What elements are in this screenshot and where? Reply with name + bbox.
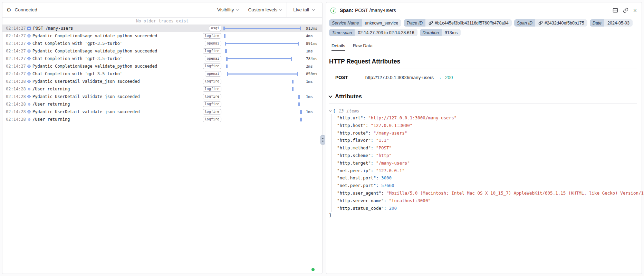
span-title-prefix: Span:: [340, 8, 353, 13]
span-name: POST /many-users: [33, 26, 73, 31]
custom-levels-dropdown[interactable]: Custom levels: [243, 7, 287, 12]
badge-value: 913ms: [442, 29, 461, 36]
attribute-key: http.url: [337, 115, 368, 120]
trace-row[interactable]: 02:14:27 Chat Completion with 'gpt-3.5-t…: [2, 55, 322, 62]
duration-bar: [227, 73, 298, 75]
trace-row[interactable]: 02:14:27 Chat Completion with 'gpt-3.5-t…: [2, 40, 322, 47]
row-timestamp: 02:14:27: [6, 56, 27, 61]
chevron-down-icon[interactable]: [328, 94, 332, 98]
timeline-cell: [223, 100, 304, 108]
link-icon[interactable]: [538, 21, 543, 25]
span-name: Chat Completion with 'gpt-3.5-turbo': [32, 71, 122, 76]
settings-gear-icon[interactable]: ⚙: [7, 7, 11, 13]
timeline-cell: [223, 62, 304, 70]
row-timestamp: 02:14:28: [6, 117, 27, 122]
duration-bar: [298, 95, 300, 99]
span-kind-icon: [27, 79, 31, 83]
timeline-cell: [223, 40, 304, 47]
timeline-cell: [223, 55, 304, 62]
scope-tag: openai: [205, 71, 221, 77]
items-count: 13 items: [339, 108, 359, 114]
chevron-down-icon: [279, 8, 282, 11]
attribute-key: http.status_code: [337, 206, 389, 211]
attribute-value: localhost:3000: [389, 198, 431, 203]
timeline-cell: [223, 32, 304, 40]
duration-label: 1ms: [304, 95, 322, 99]
http-request-summary: POST http://127.0.0.1:3000/many-users → …: [335, 75, 637, 80]
duration-label: 2ms: [304, 64, 322, 69]
tab[interactable]: Details: [331, 43, 345, 51]
trace-row[interactable]: 02:14:28 /User returning logfire: [2, 85, 322, 93]
metadata-badge: Date 2024-05-03: [590, 19, 633, 27]
duration-bar: [226, 58, 292, 59]
json-attribute-line: http.host127.0.0.1:3000: [337, 122, 637, 129]
row-timestamp: 02:14:27: [6, 26, 27, 31]
attributes-heading: Attributes: [335, 93, 362, 100]
trace-row[interactable]: 02:14:28 /User returning logfire: [2, 100, 322, 108]
live-tail-label: Live tail: [293, 7, 309, 12]
attribute-value: 3000: [381, 175, 392, 180]
timeline-cell: [223, 93, 304, 100]
trace-row[interactable]: 02:14:27 Pydantic CompletionUsage valida…: [2, 32, 322, 40]
span-kind-icon: [27, 27, 31, 30]
trace-row[interactable]: 02:14:27 POST /many-users asgi 913ms: [2, 24, 322, 32]
scope-tag: openai: [205, 56, 221, 61]
attribute-key: http.flavor: [337, 138, 376, 143]
http-section-heading: HTTP Request Attributes: [329, 58, 637, 65]
http-status-code: 200: [445, 75, 453, 80]
trace-row[interactable]: 02:14:27 Pydantic CompletionUsage valida…: [2, 62, 322, 70]
trace-row[interactable]: 02:14:28 Pydantic UserDetail validate_js…: [2, 78, 322, 85]
row-timestamp: 02:14:28: [6, 109, 27, 114]
badge-label: Date: [590, 19, 604, 27]
badge-label: Time span: [329, 29, 355, 36]
attribute-value: Mozilla/5.0 (Macintosh; Intel Mac OS X 1…: [386, 190, 644, 196]
trace-row[interactable]: 02:14:28 Pydantic UserDetail validate_js…: [2, 93, 322, 100]
chevron-down-icon[interactable]: [329, 109, 331, 112]
span-name: Chat Completion with 'gpt-3.5-turbo': [32, 56, 122, 61]
scope-tag: logfire: [203, 79, 221, 84]
visibility-dropdown[interactable]: Visibility: [212, 7, 243, 12]
divider: [329, 103, 637, 103]
scope-tag: openai: [205, 41, 221, 46]
attribute-value: 200: [389, 206, 397, 211]
badge-value: #2432d40ef5b0b175: [535, 19, 587, 27]
span-name: Pydantic CompletionUsage validate_python…: [32, 33, 157, 38]
json-attribute-line: http.methodPOST: [337, 144, 637, 152]
scope-tag: logfire: [203, 94, 221, 99]
badge-label: Trace ID: [404, 19, 425, 27]
span-name: Pydantic CompletionUsage validate_python…: [32, 64, 157, 69]
row-timestamp: 02:14:28: [6, 87, 27, 91]
attribute-key: http.host: [337, 123, 371, 128]
row-timestamp: 02:14:28: [6, 79, 27, 84]
trace-row[interactable]: 02:14:28 Pydantic UserDetail validate_js…: [2, 108, 322, 116]
attributes-section-header: Attributes: [329, 93, 637, 100]
duration-bar: [225, 49, 227, 53]
span-name: Pydantic UserDetail validate_json succee…: [32, 79, 140, 84]
live-tail-dropdown[interactable]: Live tail: [287, 2, 322, 17]
panel-resize-handle[interactable]: [320, 135, 325, 145]
link-icon[interactable]: [429, 21, 433, 25]
badge-value-text: 02:14:27.703 to 02:14:28.616: [358, 30, 414, 35]
metadata-badge: Duration 913ms: [420, 29, 461, 36]
copy-link-icon[interactable]: [623, 8, 628, 13]
badge-label: Service Name: [329, 19, 362, 27]
trace-list-panel: ⚙ Connected Visibility Custom levels Liv…: [2, 2, 323, 274]
scope-tag: asgi: [209, 26, 221, 31]
row-timestamp: 02:14:27: [6, 49, 27, 53]
span-name: Pydantic UserDetail validate_json succee…: [32, 94, 140, 99]
json-attribute-line: http.urlhttp://127.0.0.1:3000/many-users: [337, 114, 637, 122]
duration-bar: [292, 87, 294, 91]
visibility-label: Visibility: [217, 7, 234, 12]
close-icon[interactable]: ×: [633, 8, 637, 13]
badge-value: 02:14:27.703 to 02:14:28.616: [355, 29, 417, 36]
attribute-value: 1.1: [376, 138, 389, 143]
duration-label: 784ms: [304, 57, 322, 61]
trace-row[interactable]: 02:14:27 Chat Completion with 'gpt-3.5-t…: [2, 70, 322, 78]
duration-bar: [298, 102, 300, 106]
duration-label: 1ms: [304, 79, 322, 84]
tab[interactable]: Raw Data: [353, 43, 373, 51]
scope-tag: logfire: [203, 101, 221, 107]
dock-panel-icon[interactable]: [613, 8, 618, 13]
trace-row[interactable]: 02:14:27 Pydantic CompletionUsage valida…: [2, 47, 322, 55]
trace-row[interactable]: 02:14:28 /User returning logfire: [2, 116, 322, 123]
